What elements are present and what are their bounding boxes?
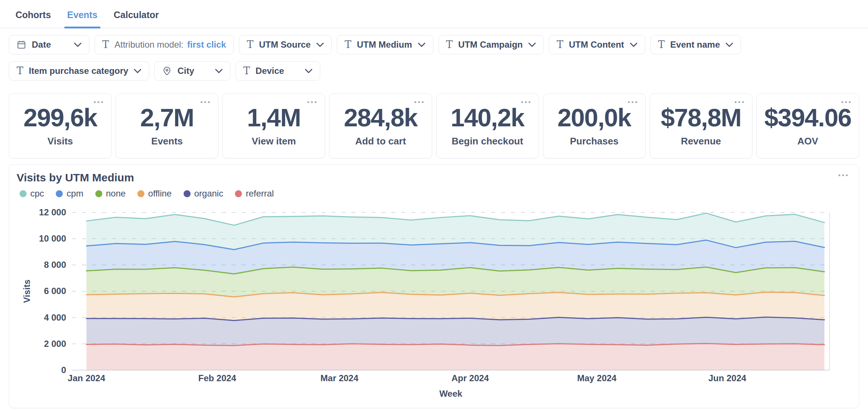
filter-utm-source-label: UTM Source <box>259 40 311 50</box>
kpi-label: Purchases <box>570 136 619 147</box>
kpi-menu-ellipsis-icon[interactable] <box>735 101 744 103</box>
chevron-down-icon <box>418 42 426 47</box>
kpi-card-events: 2,7M Events <box>116 93 218 158</box>
filter-utm-content-label: UTM Content <box>569 40 624 50</box>
svg-text:4 000: 4 000 <box>44 312 66 322</box>
kpi-menu-ellipsis-icon[interactable] <box>201 101 210 103</box>
svg-text:Jan 2024: Jan 2024 <box>68 373 105 383</box>
kpi-menu-ellipsis-icon[interactable] <box>307 101 317 103</box>
svg-text:Feb 2024: Feb 2024 <box>198 373 236 383</box>
chevron-down-icon <box>305 69 312 74</box>
filter-utm-medium[interactable]: T UTM Medium <box>337 35 433 54</box>
text-icon: T <box>17 66 23 76</box>
legend-label: referral <box>246 188 274 199</box>
legend-dot <box>137 190 144 197</box>
filter-date-label: Date <box>32 40 51 50</box>
filter-city-label: City <box>177 66 194 76</box>
kpi-label: Revenue <box>681 136 721 147</box>
legend-item-referral[interactable]: referral <box>235 188 274 199</box>
legend-item-cpm[interactable]: cpm <box>56 188 83 199</box>
kpi-value: 2,7M <box>140 105 194 130</box>
filter-utm-medium-label: UTM Medium <box>357 40 412 50</box>
tab-cohorts[interactable]: Cohorts <box>16 10 51 28</box>
tab-bar: Cohorts Events Calculator <box>0 0 868 28</box>
text-icon: T <box>658 40 665 49</box>
svg-text:12 000: 12 000 <box>39 207 66 217</box>
legend-dot <box>56 190 63 197</box>
chevron-down-icon <box>316 42 324 47</box>
legend-dot <box>95 190 102 197</box>
svg-text:8 000: 8 000 <box>44 260 66 270</box>
text-icon: T <box>247 40 253 49</box>
kpi-row: 299,6k Visits 2,7M Events 1,4M View item… <box>0 93 868 158</box>
calendar-icon <box>17 40 26 49</box>
chevron-down-icon <box>74 42 82 47</box>
attribution-value-link[interactable]: first click <box>187 40 226 50</box>
kpi-value: 1,4M <box>247 105 301 130</box>
filter-date[interactable]: Date <box>9 35 89 54</box>
legend-dot <box>20 190 27 197</box>
filter-bar: Date T Attribution model: first click T … <box>0 28 868 81</box>
filter-item-purchase-category-label: Item purchase category <box>29 66 128 76</box>
kpi-value: 284,8k <box>344 105 417 130</box>
tab-calculator[interactable]: Calculator <box>114 10 159 28</box>
text-icon: T <box>446 40 453 49</box>
chart-card: Visits by UTM Medium cpc cpm none offlin… <box>9 164 859 408</box>
filter-row-2: T Item purchase category City T Device <box>9 61 859 81</box>
legend-label: organic <box>194 188 223 199</box>
filter-attribution-model[interactable]: T Attribution model: first click <box>95 35 234 54</box>
svg-text:Jun 2024: Jun 2024 <box>708 373 746 383</box>
filter-item-purchase-category[interactable]: T Item purchase category <box>9 61 149 81</box>
filter-row-1: Date T Attribution model: first click T … <box>9 35 859 54</box>
filter-city[interactable]: City <box>154 61 230 81</box>
text-icon: T <box>243 66 250 76</box>
filter-utm-campaign[interactable]: T UTM Campaign <box>438 35 544 54</box>
chevron-down-icon <box>215 69 223 74</box>
text-icon: T <box>345 40 351 49</box>
svg-text:0: 0 <box>61 365 66 375</box>
kpi-menu-ellipsis-icon[interactable] <box>94 101 103 103</box>
chart-title: Visits by UTM Medium <box>17 171 851 184</box>
legend-item-cpc[interactable]: cpc <box>20 188 44 199</box>
stacked-area-chart[interactable]: 02 0004 0006 0008 00010 00012 000Jan 202… <box>17 200 851 404</box>
location-pin-icon <box>162 66 172 76</box>
legend-label: cpm <box>66 188 83 199</box>
legend-item-organic[interactable]: organic <box>184 188 223 199</box>
kpi-menu-ellipsis-icon[interactable] <box>841 101 851 103</box>
svg-text:2 000: 2 000 <box>44 339 66 349</box>
kpi-card-begin-checkout: 140,2k Begin checkout <box>436 93 539 158</box>
kpi-value: 200,0k <box>557 105 631 130</box>
filter-device[interactable]: T Device <box>236 61 320 81</box>
filter-utm-campaign-label: UTM Campaign <box>458 40 523 50</box>
legend-dot <box>184 190 191 197</box>
legend-label: offline <box>148 188 172 199</box>
svg-text:Mar 2024: Mar 2024 <box>321 373 359 383</box>
legend-item-offline[interactable]: offline <box>137 188 172 199</box>
kpi-menu-ellipsis-icon[interactable] <box>628 101 637 103</box>
kpi-card-add-to-cart: 284,8k Add to cart <box>329 93 432 158</box>
filter-device-label: Device <box>256 66 284 76</box>
kpi-value: 299,6k <box>24 105 97 130</box>
chevron-down-icon <box>630 42 638 47</box>
legend-dot <box>235 190 242 197</box>
tab-events[interactable]: Events <box>67 10 98 28</box>
kpi-label: Events <box>151 136 183 147</box>
legend-label: cpc <box>30 188 44 199</box>
filter-event-name[interactable]: T Event name <box>650 35 741 54</box>
svg-text:Visits: Visits <box>22 280 32 303</box>
kpi-label: AOV <box>797 136 818 147</box>
filter-attribution-label: Attribution model: <box>115 40 184 50</box>
filter-utm-content[interactable]: T UTM Content <box>549 35 645 54</box>
kpi-menu-ellipsis-icon[interactable] <box>521 101 530 103</box>
kpi-menu-ellipsis-icon[interactable] <box>414 101 424 103</box>
svg-text:6 000: 6 000 <box>44 286 66 296</box>
kpi-value: 140,2k <box>451 105 524 130</box>
kpi-value: $78,8M <box>661 105 741 130</box>
legend-label: none <box>106 188 126 199</box>
filter-utm-source[interactable]: T UTM Source <box>239 35 332 54</box>
chart-menu-ellipsis-icon[interactable] <box>838 174 848 176</box>
svg-text:Apr 2024: Apr 2024 <box>451 373 489 383</box>
kpi-card-revenue: $78,8M Revenue <box>650 93 752 158</box>
chevron-down-icon <box>528 42 536 47</box>
legend-item-none[interactable]: none <box>95 188 126 199</box>
